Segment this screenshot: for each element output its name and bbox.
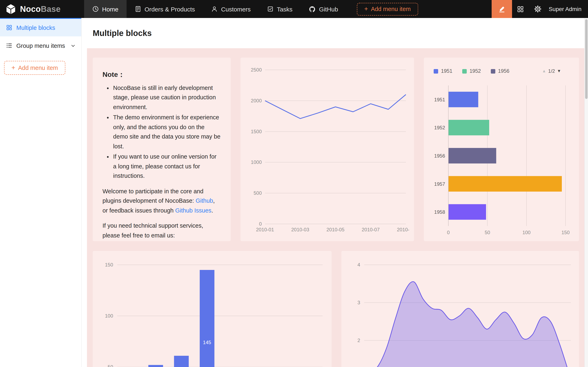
scrollbar-thumb[interactable] <box>585 19 588 99</box>
sidebar: Multiple blocks Group menu items + Add m… <box>0 18 82 367</box>
add-menu-item-label: Add menu item <box>371 6 411 12</box>
bar-chart-card: 5010015019511952195319541955195619571958… <box>93 251 331 367</box>
legend-item[interactable]: 1952 <box>462 68 481 74</box>
main-nav: Home Orders & Products Customers <box>84 0 418 18</box>
top-header: NocoBase Home Orders & Products <box>0 0 588 18</box>
plus-icon: + <box>11 65 15 71</box>
note-bullet: NocoBase is still in early development s… <box>113 83 221 112</box>
nav-item-home[interactable]: Home <box>84 0 127 18</box>
tick-label: 2010-01 <box>256 227 274 232</box>
nocobase-cube-icon <box>5 3 16 15</box>
nav-label: Orders & Products <box>145 6 195 12</box>
appstore-grid-icon <box>517 6 524 12</box>
gear-icon <box>534 5 541 13</box>
nav-label: GitHub <box>319 6 338 12</box>
tick-label: 145 <box>203 340 211 345</box>
header-right: Super Admin <box>492 0 588 18</box>
tick-label: 500 <box>254 190 262 196</box>
nav-label: Tasks <box>277 6 293 12</box>
sidebar-item-label: Multiple blocks <box>16 24 55 31</box>
logo[interactable]: NocoBase <box>0 3 84 15</box>
highlighter-icon <box>498 5 506 13</box>
tick-label: 2500 <box>251 67 262 73</box>
content-area: Note： NocoBase is still in early develop… <box>87 48 585 367</box>
hbar-legend-items: 195119521956 <box>434 68 509 74</box>
github-icon <box>309 6 316 12</box>
nav-item-customers[interactable]: Customers <box>203 0 259 18</box>
tick-label: 3 <box>357 300 360 305</box>
legend-item[interactable]: 1951 <box>434 68 452 74</box>
legend-prev-icon[interactable]: ▲ <box>542 69 546 73</box>
list-icon <box>6 42 12 49</box>
nav-label: Customers <box>221 6 251 12</box>
bar <box>148 365 163 367</box>
tick-label: 2010-05 <box>326 227 344 232</box>
nav-item-github[interactable]: GitHub <box>301 0 346 18</box>
note-welcome-paragraph: Welcome to participate in the core and p… <box>103 187 221 216</box>
legend-swatch <box>491 69 495 73</box>
github-issues-link[interactable]: Github Issues <box>175 207 211 214</box>
bar <box>449 92 478 107</box>
tick-label: 1500 <box>251 129 262 134</box>
sidebar-item-label: Group menu items <box>16 42 65 49</box>
legend-swatch <box>462 69 467 73</box>
tick-label: 100 <box>105 313 113 318</box>
legend-label: 1952 <box>470 68 481 74</box>
ui-editor-button[interactable] <box>492 0 512 18</box>
sidebar-add-menu-item-button[interactable]: + Add menu item <box>4 61 65 75</box>
header-add-menu-item-button[interactable]: + Add menu item <box>357 3 418 15</box>
nocobase-app: NocoBase Home Orders & Products <box>0 0 588 367</box>
tick-label: 0 <box>447 230 450 235</box>
note-bullet: If you want to use our online version fo… <box>113 152 221 181</box>
github-link[interactable]: Github <box>196 198 213 204</box>
nav-item-orders-products[interactable]: Orders & Products <box>127 0 203 18</box>
tick-label: 1000 <box>251 159 262 165</box>
orders-document-icon <box>135 6 141 12</box>
legend-swatch <box>434 69 438 73</box>
bar <box>449 120 489 135</box>
hbar-chart-card: 195119521956 ▲ 1/2 ▼ 0501001501951195219… <box>424 58 579 241</box>
page-title: Multiple blocks <box>93 28 152 38</box>
note-bullet: The demo environment is for experience o… <box>113 113 221 151</box>
area-chart: 1234 <box>346 256 574 367</box>
blocks-grid-icon <box>6 25 12 31</box>
tick-label: 150 <box>105 262 113 267</box>
line-chart-card: 050010001500200025002010-012010-032010-0… <box>241 58 414 241</box>
bar <box>200 270 214 367</box>
logo-text: NocoBase <box>20 4 61 14</box>
tick-label: 1951 <box>434 97 445 102</box>
area-chart-card: 1234 <box>341 251 579 367</box>
tick-label: 0 <box>259 221 262 227</box>
tasks-check-icon <box>267 6 274 12</box>
tick-label: 50 <box>108 364 113 367</box>
chevron-down-icon <box>71 43 76 48</box>
bar <box>449 176 562 192</box>
sidebar-item-group-menu-items[interactable]: Group menu items <box>0 36 81 55</box>
nav-label: Home <box>102 6 118 12</box>
legend-label: 1956 <box>498 68 509 74</box>
user-menu[interactable]: Super Admin <box>546 6 588 12</box>
settings-button[interactable] <box>529 0 546 18</box>
tick-label: 4 <box>357 262 360 267</box>
line-series <box>265 95 406 119</box>
page-header: Multiple blocks <box>82 18 588 48</box>
line-chart: 050010001500200025002010-012010-032010-0… <box>245 63 409 236</box>
bar <box>449 204 486 220</box>
plus-icon: + <box>364 6 368 12</box>
legend-next-icon[interactable]: ▼ <box>557 69 561 73</box>
sidebar-item-multiple-blocks[interactable]: Multiple blocks <box>0 18 81 36</box>
legend-label: 1951 <box>441 68 452 74</box>
tick-label: 2010-03 <box>291 227 309 232</box>
area-fill <box>368 282 569 367</box>
legend-pager: ▲ 1/2 ▼ <box>542 68 561 74</box>
hbar-chart: 05010015019511952195619571958 <box>429 82 574 237</box>
legend-item[interactable]: 1956 <box>491 68 509 74</box>
tick-label: 2 <box>357 338 360 343</box>
nav-item-tasks[interactable]: Tasks <box>259 0 301 18</box>
tick-label: 2000 <box>251 98 262 103</box>
add-menu-item-label: Add menu item <box>18 65 58 71</box>
plugin-manager-button[interactable] <box>512 0 529 18</box>
tick-label: 50 <box>485 230 490 235</box>
tick-label: 1957 <box>434 181 445 187</box>
legend-page-label: 1/2 <box>548 68 555 74</box>
